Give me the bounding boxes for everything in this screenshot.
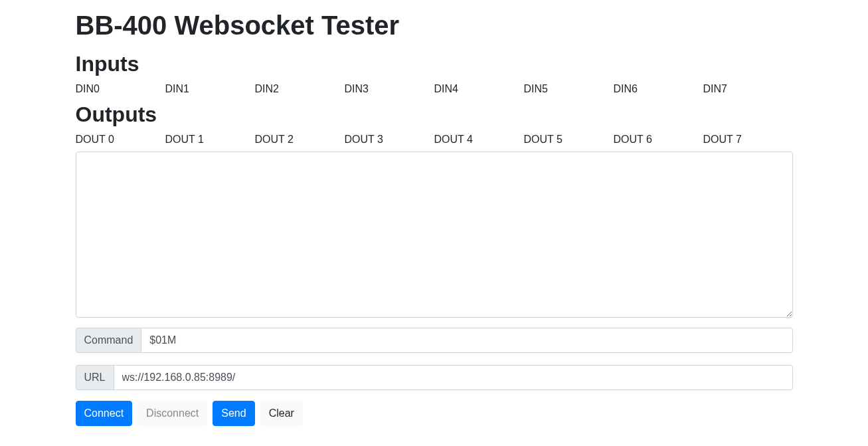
inputs-row: DIN0 DIN1 DIN2 DIN3 DIN4 DIN5 DIN6 DIN7 — [76, 81, 793, 97]
log-output[interactable] — [76, 152, 793, 318]
din7-label: DIN7 — [703, 83, 727, 94]
dout1-label: DOUT 1 — [165, 134, 204, 145]
url-label: URL — [76, 365, 114, 390]
command-group: Command — [76, 328, 793, 353]
send-button[interactable]: Send — [213, 401, 254, 426]
page-title: BB-400 Websocket Tester — [76, 5, 793, 45]
din5-label: DIN5 — [524, 83, 548, 94]
dout4-label: DOUT 4 — [434, 134, 473, 145]
din1-label: DIN1 — [165, 83, 189, 94]
dout0-label: DOUT 0 — [76, 134, 114, 145]
clear-button[interactable]: Clear — [260, 401, 303, 426]
button-row: Connect Disconnect Send Clear — [76, 401, 793, 426]
url-input[interactable] — [114, 365, 793, 390]
dout6-label: DOUT 6 — [614, 134, 652, 145]
disconnect-button[interactable]: Disconnect — [137, 401, 207, 426]
din4-label: DIN4 — [434, 83, 458, 94]
command-input[interactable] — [141, 328, 792, 353]
dout5-label: DOUT 5 — [524, 134, 563, 145]
din0-label: DIN0 — [76, 83, 100, 94]
url-group: URL — [76, 365, 793, 390]
outputs-heading: Outputs — [76, 98, 793, 130]
dout2-label: DOUT 2 — [255, 134, 294, 145]
din2-label: DIN2 — [255, 83, 279, 94]
connect-button[interactable]: Connect — [76, 401, 133, 426]
outputs-row: DOUT 0 DOUT 1 DOUT 2 DOUT 3 DOUT 4 DOUT … — [76, 132, 793, 148]
dout3-label: DOUT 3 — [345, 134, 383, 145]
command-label: Command — [76, 328, 141, 353]
din6-label: DIN6 — [614, 83, 638, 94]
inputs-heading: Inputs — [76, 48, 793, 80]
dout7-label: DOUT 7 — [703, 134, 742, 145]
din3-label: DIN3 — [345, 83, 369, 94]
